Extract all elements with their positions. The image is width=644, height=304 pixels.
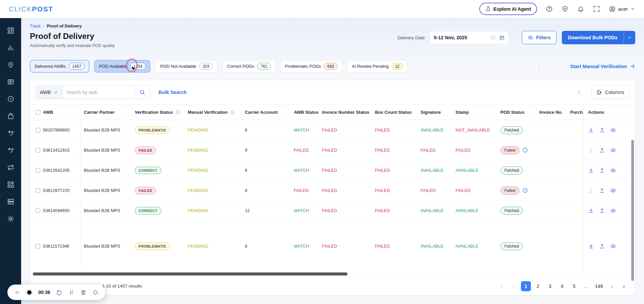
chevron-down-icon <box>627 35 632 40</box>
row-checkbox[interactable] <box>36 244 40 249</box>
download-icon[interactable] <box>588 208 594 214</box>
download-icon[interactable] <box>588 167 594 173</box>
first-page-button[interactable]: « <box>497 281 507 291</box>
download-icon <box>588 188 594 194</box>
shield-icon[interactable] <box>561 5 569 12</box>
page-button[interactable]: 1 <box>521 281 531 291</box>
select-all-checkbox[interactable] <box>36 110 40 115</box>
page-button[interactable]: 4 <box>557 281 567 291</box>
view-eye-icon[interactable] <box>610 127 616 133</box>
search-category-select[interactable]: AWB <box>36 86 62 99</box>
chip-delivered-awbs[interactable]: Delivered AWBs 1457 <box>30 60 89 72</box>
collapse-toolbar-icon[interactable] <box>14 289 20 296</box>
row-checkbox[interactable] <box>36 208 40 213</box>
vertical-scrollbar-thumb[interactable] <box>631 140 634 281</box>
awb-number: 53612877220 <box>43 188 70 193</box>
search-button[interactable] <box>135 86 150 99</box>
verification-status-badge: CORRECT <box>135 207 161 214</box>
analytics-icon[interactable] <box>7 44 14 51</box>
download-options-caret[interactable] <box>624 31 635 44</box>
pod-failed-info-icon[interactable] <box>522 147 528 153</box>
upload-icon[interactable] <box>599 188 605 194</box>
download-bulk-pods-button[interactable]: Download Bulk PODs <box>562 31 635 44</box>
reverse-pickup-icon[interactable] <box>7 147 14 154</box>
upload-icon[interactable] <box>599 208 605 214</box>
page-button[interactable]: 5 <box>569 281 579 291</box>
returns-icon[interactable] <box>7 130 14 137</box>
effects-icon[interactable] <box>92 289 99 296</box>
help-icon[interactable] <box>546 5 553 12</box>
chip-correct-pods[interactable]: Correct PODs 762 <box>222 60 275 72</box>
start-manual-verification-link[interactable]: Start Manual Verification <box>570 63 635 69</box>
info-icon[interactable] <box>175 110 180 115</box>
clickpost-logo[interactable]: CLICKPOST <box>9 5 53 13</box>
shopping-bag-icon[interactable] <box>7 112 14 120</box>
exchange-icon[interactable] <box>7 164 14 171</box>
delivery-date-label: Delivery Date <box>397 35 425 40</box>
export-download-icon[interactable] <box>576 89 582 96</box>
explore-ai-agent-button[interactable]: Explore AI Agent <box>479 3 537 15</box>
clear-date-icon[interactable] <box>490 35 496 41</box>
search-input[interactable] <box>62 86 135 99</box>
next-page-button[interactable]: › <box>607 281 617 291</box>
breadcrumb-current: Proof of Delivery <box>47 23 82 29</box>
calendar-icon[interactable] <box>499 35 505 41</box>
view-eye-icon[interactable] <box>610 147 616 153</box>
awb-number: 53613542205 <box>43 168 70 173</box>
chip-count-badge: 1254 <box>130 63 146 70</box>
dashboard-icon[interactable] <box>7 27 14 34</box>
restart-recording-icon[interactable] <box>56 289 62 296</box>
upload-icon[interactable] <box>599 243 605 249</box>
row-checkbox[interactable] <box>36 148 40 153</box>
record-indicator-icon[interactable] <box>26 289 33 296</box>
upload-icon[interactable] <box>599 167 605 173</box>
page-button[interactable]: 2 <box>533 281 543 291</box>
notifications-bell-icon[interactable] <box>577 5 584 12</box>
disc-icon[interactable] <box>7 95 14 103</box>
pause-recording-icon[interactable] <box>68 289 74 296</box>
view-eye-icon[interactable] <box>610 243 616 249</box>
verification-status-badge: FAILED <box>135 147 156 154</box>
pod-status-badge: Fetched <box>500 207 523 215</box>
horizontal-scrollbar-thumb[interactable] <box>33 272 347 275</box>
info-icon[interactable] <box>230 110 235 115</box>
breadcrumb-track-link[interactable]: Track <box>30 23 41 29</box>
top-bar: CLICKPOST Explore AI Agent acer <box>0 0 644 18</box>
row-checkbox[interactable] <box>36 168 40 173</box>
page-button[interactable]: 3 <box>545 281 555 291</box>
row-checkbox[interactable] <box>36 128 40 133</box>
view-eye-icon[interactable] <box>610 208 616 214</box>
pod-failed-info-icon[interactable] <box>522 188 528 193</box>
row-checkbox[interactable] <box>36 188 40 193</box>
orders-list-icon[interactable] <box>7 78 14 86</box>
user-menu[interactable]: acer <box>609 5 635 12</box>
settings-gear-icon[interactable] <box>7 215 14 222</box>
download-icon[interactable] <box>588 243 594 249</box>
chevron-down-icon <box>630 6 635 11</box>
filters-button[interactable]: Filters <box>522 31 556 44</box>
database-icon[interactable] <box>7 198 14 205</box>
chip-pod-not-available[interactable]: POD Not Available 203 <box>155 60 217 72</box>
verification-status-badge: PROBLEMATIC <box>135 126 170 134</box>
download-icon[interactable] <box>588 127 594 133</box>
chip-problematic-pods[interactable]: Problematic PODs 683 <box>280 60 342 72</box>
columns-icon <box>596 90 602 95</box>
columns-button[interactable]: Columns <box>591 86 630 99</box>
delete-recording-icon[interactable] <box>80 289 87 296</box>
upload-icon[interactable] <box>599 147 605 153</box>
chip-ai-review-pending[interactable]: AI Review Pending 12 <box>347 60 408 72</box>
chip-pod-available[interactable]: POD Available 1254 <box>94 60 150 72</box>
last-page-button[interactable]: » <box>619 281 629 291</box>
view-eye-icon[interactable] <box>610 188 616 194</box>
tracking-pin-icon[interactable] <box>7 61 14 68</box>
integrations-icon[interactable] <box>7 181 14 188</box>
prev-page-button[interactable]: ‹ <box>509 281 519 291</box>
upload-icon[interactable] <box>599 127 605 133</box>
view-eye-icon[interactable] <box>610 167 616 173</box>
pod-status-badge: Fetched <box>500 166 523 174</box>
bulk-search-link[interactable]: Bulk Search <box>159 90 187 95</box>
fullscreen-icon[interactable] <box>593 5 600 12</box>
page-subtitle: Automatically verify and evaluate POD qu… <box>30 43 115 48</box>
delivery-date-input[interactable]: 5-12 Nov, 2025 <box>429 31 509 44</box>
page-button[interactable]: 146 <box>593 281 605 291</box>
